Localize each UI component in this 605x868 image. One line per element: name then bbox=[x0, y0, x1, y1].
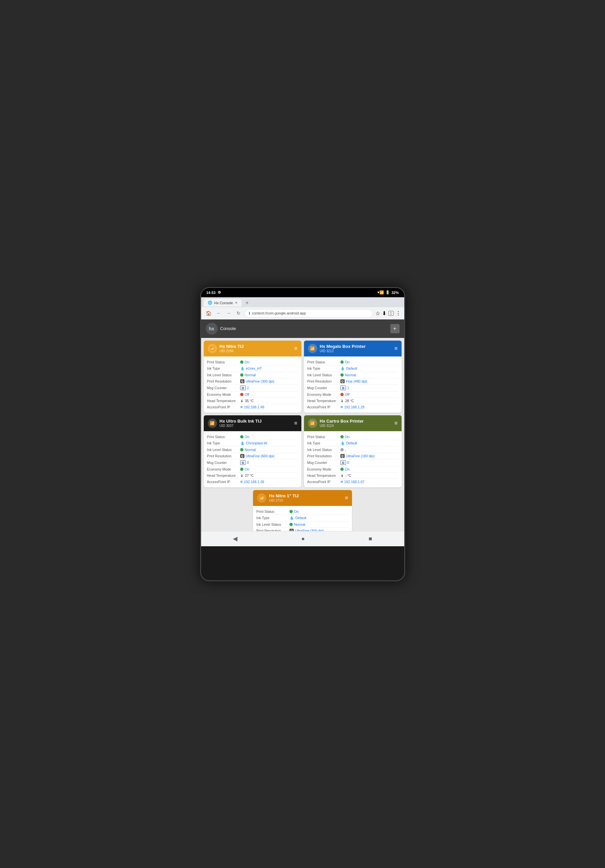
tablet-device: 14:53 ⚙ ▾📶 🔋 32% 🌐 Hx Console ✕ + 🏠 ← → … bbox=[200, 287, 405, 581]
nav-home-button[interactable]: ● bbox=[301, 535, 305, 542]
field-print-status: Print Status On bbox=[307, 359, 398, 366]
tab-close-button[interactable]: ✕ bbox=[235, 301, 237, 305]
single-card-row: 📶 Hx Nitro 1" TIJ UID 2710 ≡ Print Statu… bbox=[201, 490, 404, 531]
field-head-temp: Head Temperature 🌡28 °C bbox=[307, 398, 398, 404]
field-ink-type: Ink Type 💧Default bbox=[256, 515, 349, 521]
field-resolution: Print Resolution QUltraFine (300 dpi) bbox=[207, 378, 298, 384]
add-printer-button[interactable]: + bbox=[390, 324, 400, 333]
field-msg-counter: Msg Counter ▦0 bbox=[207, 459, 298, 466]
time-display: 14:53 bbox=[206, 291, 216, 294]
field-msg-counter: Msg Counter ▦2 bbox=[207, 384, 298, 392]
app-scrollable-area[interactable]: hx Console + 📶 Hx Nitro TIJ UID 2196 bbox=[201, 319, 404, 531]
printers-grid: 📶 Hx Nitro TIJ UID 2196 ≡ Print Status O… bbox=[201, 338, 404, 490]
card-body-nitro1: Print Status On Ink Type 💧Default Ink Le… bbox=[253, 506, 352, 531]
app-header: hx Console + bbox=[201, 319, 404, 338]
address-bar: 🏠 ← → ↻ ℹ content://com.google.android.a… bbox=[201, 307, 404, 319]
printer-uid-ultro: UID 3037 bbox=[220, 424, 262, 428]
field-msg-counter: Msg Counter ▦0 bbox=[307, 459, 398, 466]
field-ink-level: Ink Level Status Normal bbox=[207, 372, 298, 378]
card-menu-icon[interactable]: ≡ bbox=[294, 346, 297, 352]
printer-uid-nitro1: UID 2710 bbox=[269, 499, 299, 502]
printer-name-nitro1: Hx Nitro 1" TIJ bbox=[269, 493, 299, 499]
card-body-megalo: Print Status On Ink Type 💧Default Ink Le… bbox=[304, 356, 402, 413]
field-resolution: Print Resolution QUltraFine (300 dpi) bbox=[256, 528, 349, 531]
field-accesspoint-ip: AccessPoint IP ⊕192.168.1.67 bbox=[307, 479, 398, 485]
field-head-temp: Head Temperature 🌡- °C bbox=[307, 473, 398, 479]
field-print-status: Print Status On bbox=[207, 359, 298, 366]
card-header-megalo: 📶 Hx Megalo Box Printer UID 3212 ≡ bbox=[304, 341, 402, 356]
browser-tab[interactable]: 🌐 Hx Console ✕ bbox=[204, 299, 242, 307]
nav-back-button[interactable]: ◀ bbox=[233, 535, 237, 542]
card-body-ultro: Print Status On Ink Type 💧Chronplast-W I… bbox=[204, 431, 301, 487]
printer-card-nitro-tij: 📶 Hx Nitro TIJ UID 2196 ≡ Print Status O… bbox=[204, 341, 301, 413]
field-economy-mode: Economy Mode Off bbox=[307, 392, 398, 398]
home-nav-button[interactable]: 🏠 bbox=[205, 310, 213, 316]
battery-percent: 32% bbox=[391, 291, 399, 294]
card-menu-icon-nitro1[interactable]: ≡ bbox=[345, 495, 348, 501]
menu-button[interactable]: ⋮ bbox=[396, 310, 401, 316]
card-menu-icon-ultro[interactable]: ≡ bbox=[294, 420, 297, 426]
wifi-icon: ▾📶 bbox=[377, 290, 384, 294]
field-resolution: Print Resolution QUltraFine (180 dpi) bbox=[307, 453, 398, 459]
wifi-status-icon-ultro: 📶 bbox=[208, 418, 217, 428]
download-icon[interactable]: ⬇ bbox=[382, 310, 386, 316]
settings-icon: ⚙ bbox=[218, 290, 221, 294]
wifi-status-icon-nitro1: 📶 bbox=[257, 493, 266, 502]
printer-card-megalo: 📶 Hx Megalo Box Printer UID 3212 ≡ Print… bbox=[304, 341, 402, 413]
field-ink-type: Ink Type 💧eUrex_HT bbox=[207, 366, 298, 372]
wifi-status-icon: 📶 bbox=[208, 344, 217, 353]
field-head-temp: Head Temperature 🌡27 °C bbox=[207, 473, 298, 479]
printer-card-ultro: 📶 Hx Ultro Bulk Ink TIJ UID 3037 ≡ Print… bbox=[204, 415, 301, 487]
nav-recent-button[interactable]: ■ bbox=[369, 535, 372, 542]
status-bar: 14:53 ⚙ ▾📶 🔋 32% bbox=[201, 288, 404, 297]
field-ink-level: Ink Level Status Normal bbox=[307, 372, 398, 378]
printer-card-nitro1: 📶 Hx Nitro 1" TIJ UID 2710 ≡ Print Statu… bbox=[253, 490, 352, 531]
field-economy-mode: Economy Mode On bbox=[207, 466, 298, 473]
card-header-cartro: 📶 Hx Cartro Box Printer UID 3124 ≡ bbox=[304, 415, 402, 431]
printer-card-cartro: 📶 Hx Cartro Box Printer UID 3124 ≡ Print… bbox=[304, 415, 402, 487]
field-ink-level: Ink Level Status Normal bbox=[256, 521, 349, 528]
tab-favicon: 🌐 bbox=[208, 301, 213, 305]
new-tab-button[interactable]: + bbox=[243, 299, 251, 307]
forward-button[interactable]: → bbox=[225, 310, 233, 316]
field-ink-type: Ink Type 💧Default bbox=[307, 440, 398, 447]
tab-count-badge[interactable]: 1 bbox=[388, 311, 394, 316]
back-button[interactable]: ← bbox=[215, 310, 223, 316]
bookmark-icon[interactable]: ☆ bbox=[375, 310, 380, 316]
printer-uid-nitro-tij: UID 2196 bbox=[220, 349, 244, 353]
field-accesspoint-ip: AccessPoint IP ⊕192.168.1.49 bbox=[207, 404, 298, 410]
field-print-status: Print Status On bbox=[256, 508, 349, 515]
url-text: content://com.google.android.app bbox=[252, 311, 306, 315]
printer-uid-cartro: UID 3124 bbox=[320, 424, 364, 428]
nav-bar: ◀ ● ■ bbox=[201, 531, 404, 546]
field-accesspoint-ip: AccessPoint IP ⊕192.168.1.29 bbox=[307, 404, 398, 410]
field-resolution: Print Resolution QFine (480 dpi) bbox=[307, 378, 398, 384]
card-menu-icon-megalo[interactable]: ≡ bbox=[394, 346, 397, 352]
field-economy-mode: Economy Mode On bbox=[307, 466, 398, 473]
logo-icon: hx bbox=[206, 323, 218, 335]
browser-chrome: 🌐 Hx Console ✕ + 🏠 ← → ↻ ℹ content://com… bbox=[201, 297, 404, 319]
printer-uid-megalo: UID 3212 bbox=[320, 349, 366, 353]
card-menu-icon-cartro[interactable]: ≡ bbox=[394, 420, 397, 426]
card-body-cartro: Print Status On Ink Type 💧Default Ink Le… bbox=[304, 431, 402, 487]
url-secure-icon: ℹ bbox=[249, 311, 250, 315]
field-accesspoint-ip: AccessPoint IP ⊕192.168.1.36 bbox=[207, 479, 298, 485]
printer-name-nitro-tij: Hx Nitro TIJ bbox=[220, 344, 244, 349]
field-ink-type: Ink Type 💧Default bbox=[307, 366, 398, 372]
battery-icon: 🔋 bbox=[385, 290, 390, 294]
field-ink-level: Ink Level Status Normal bbox=[207, 447, 298, 453]
printer-name-cartro: Hx Cartro Box Printer bbox=[320, 418, 364, 424]
app-subtitle: Console bbox=[220, 326, 236, 331]
field-ink-level: Ink Level Status - bbox=[307, 447, 398, 453]
printer-name-ultro: Hx Ultro Bulk Ink TIJ bbox=[220, 418, 262, 424]
printer-name-megalo: Hx Megalo Box Printer bbox=[320, 344, 366, 349]
card-header-nitro1: 📶 Hx Nitro 1" TIJ UID 2710 ≡ bbox=[253, 490, 352, 506]
field-economy-mode: Economy Mode Off bbox=[207, 392, 298, 398]
tab-bar: 🌐 Hx Console ✕ + bbox=[201, 297, 404, 307]
url-bar[interactable]: ℹ content://com.google.android.app bbox=[244, 309, 373, 318]
wifi-status-icon-megalo: 📶 bbox=[308, 344, 317, 353]
card-header-ultro: 📶 Hx Ultro Bulk Ink TIJ UID 3037 ≡ bbox=[204, 415, 301, 431]
field-resolution: Print Resolution QUltraFine (600 dpi) bbox=[207, 453, 298, 459]
tab-title: Hx Console bbox=[214, 301, 233, 305]
reload-button[interactable]: ↻ bbox=[235, 310, 242, 316]
